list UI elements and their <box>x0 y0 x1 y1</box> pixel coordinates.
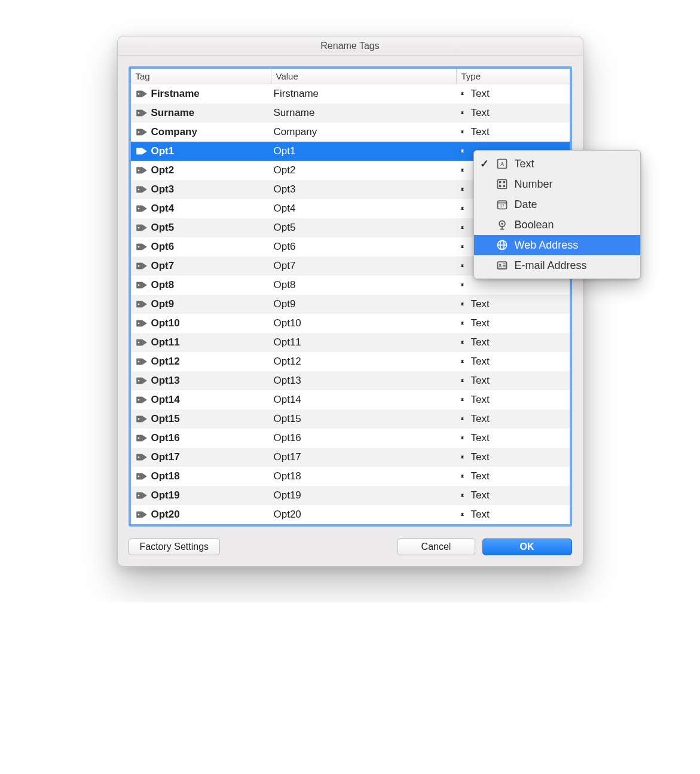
svg-point-21 <box>137 495 139 497</box>
cell-tag[interactable]: Opt2 <box>131 164 271 176</box>
cell-tag[interactable]: Opt19 <box>131 490 271 501</box>
type-label: Text <box>471 490 490 501</box>
cell-value[interactable]: Opt12 <box>271 356 457 368</box>
table-row[interactable]: Opt10 Opt10 ▲▼ Text <box>131 314 570 333</box>
type-label: Text <box>471 126 490 138</box>
cell-tag[interactable]: Opt8 <box>131 279 271 291</box>
cell-value[interactable]: Opt3 <box>271 183 457 195</box>
table-row[interactable]: Opt17 Opt17 ▲▼ Text <box>131 448 570 467</box>
table-row[interactable]: Opt18 Opt18 ▲▼ Text <box>131 467 570 486</box>
cell-type[interactable]: ▲▼ Text <box>457 432 570 444</box>
cell-tag[interactable]: Opt6 <box>131 241 271 253</box>
cell-tag[interactable]: Surname <box>131 107 271 119</box>
cell-tag[interactable]: Opt18 <box>131 470 271 482</box>
tag-label: Opt8 <box>151 279 175 291</box>
cell-tag[interactable]: Opt11 <box>131 336 271 348</box>
cell-type[interactable]: ▲▼ Text <box>457 88 570 100</box>
svg-point-2 <box>137 131 139 133</box>
menu-item-card[interactable]: E-mail Address <box>474 255 640 276</box>
cell-tag[interactable]: Opt16 <box>131 432 271 444</box>
cell-value[interactable]: Firstname <box>271 88 457 100</box>
table-row[interactable]: Company Company ▲▼ Text <box>131 123 570 142</box>
cell-value[interactable]: Opt7 <box>271 260 457 272</box>
cell-tag[interactable]: Opt9 <box>131 298 271 310</box>
cell-value[interactable]: Opt9 <box>271 298 457 310</box>
factory-settings-button[interactable]: Factory Settings <box>129 539 221 555</box>
cell-tag[interactable]: Firstname <box>131 88 271 100</box>
table-row[interactable]: Opt20 Opt20 ▲▼ Text <box>131 505 570 524</box>
value-label: Opt2 <box>274 164 296 176</box>
cell-value[interactable]: Opt19 <box>271 490 457 501</box>
cell-type[interactable]: ▲▼ Text <box>457 509 570 521</box>
cell-tag[interactable]: Opt4 <box>131 203 271 215</box>
cell-tag[interactable]: Opt20 <box>131 509 271 521</box>
tags-table: Tag Value Type Firstname Firstname ▲▼ Te… <box>129 66 572 527</box>
cell-value[interactable]: Opt6 <box>271 241 457 253</box>
cell-value[interactable]: Opt17 <box>271 451 457 463</box>
cell-tag[interactable]: Opt7 <box>131 260 271 272</box>
cell-type[interactable]: ▲▼ Text <box>457 107 570 119</box>
table-row[interactable]: Opt19 Opt19 ▲▼ Text <box>131 486 570 505</box>
cell-type[interactable]: ▲▼ Text <box>457 413 570 425</box>
cell-tag[interactable]: Opt1 <box>131 145 271 157</box>
table-row[interactable]: Surname Surname ▲▼ Text <box>131 103 570 123</box>
cell-value[interactable]: Opt2 <box>271 164 457 176</box>
cell-value[interactable]: Surname <box>271 107 457 119</box>
table-row[interactable]: Opt15 Opt15 ▲▼ Text <box>131 409 570 429</box>
column-header-type[interactable]: Type <box>457 69 570 84</box>
value-label: Opt14 <box>274 394 301 405</box>
table-row[interactable]: Opt11 Opt11 ▲▼ Text <box>131 333 570 352</box>
menu-item-number[interactable]: Number <box>474 174 640 194</box>
menu-item-date[interactable]: 17 Date <box>474 194 640 215</box>
table-row[interactable]: Opt16 Opt16 ▲▼ Text <box>131 429 570 448</box>
cell-type[interactable]: ▲▼ Text <box>457 126 570 138</box>
cell-type[interactable]: ▲▼ Text <box>457 298 570 310</box>
cell-tag[interactable]: Opt17 <box>131 451 271 463</box>
cell-value[interactable]: Opt20 <box>271 509 457 521</box>
cell-value[interactable]: Opt15 <box>271 413 457 425</box>
table-row[interactable]: Opt9 Opt9 ▲▼ Text <box>131 295 570 314</box>
value-label: Opt7 <box>274 260 296 271</box>
table-row[interactable]: Firstname Firstname ▲▼ Text <box>131 84 570 103</box>
cell-tag[interactable]: Opt15 <box>131 413 271 425</box>
tag-icon <box>136 146 148 156</box>
tag-label: Opt9 <box>151 298 175 310</box>
cell-value[interactable]: Opt18 <box>271 470 457 482</box>
ok-button[interactable]: OK <box>482 539 572 555</box>
cell-value[interactable]: Opt16 <box>271 432 457 444</box>
cell-value[interactable]: Opt14 <box>271 394 457 406</box>
cell-tag[interactable]: Opt3 <box>131 183 271 195</box>
table-row[interactable]: Opt13 Opt13 ▲▼ Text <box>131 371 570 390</box>
cell-value[interactable]: Opt1 <box>271 145 457 157</box>
cell-value[interactable]: Opt4 <box>271 203 457 215</box>
cell-value[interactable]: Opt10 <box>271 317 457 329</box>
cell-type[interactable]: ▲▼ Text <box>457 336 570 348</box>
cell-value[interactable]: Opt5 <box>271 222 457 234</box>
cell-type[interactable]: ▲▼ Text <box>457 451 570 463</box>
table-row[interactable]: Opt14 Opt14 ▲▼ Text <box>131 390 570 409</box>
menu-item-globe[interactable]: Web Address <box>474 235 640 255</box>
cell-tag[interactable]: Opt5 <box>131 222 271 234</box>
cell-type[interactable]: ▲▼ Text <box>457 317 570 329</box>
cancel-button[interactable]: Cancel <box>398 539 475 555</box>
value-label: Opt16 <box>274 432 301 443</box>
cell-type[interactable]: ▲▼ Text <box>457 394 570 406</box>
cell-value[interactable]: Opt11 <box>271 336 457 348</box>
cell-tag[interactable]: Company <box>131 126 271 138</box>
cell-value[interactable]: Company <box>271 126 457 138</box>
cell-value[interactable]: Opt13 <box>271 375 457 387</box>
table-row[interactable]: Opt12 Opt12 ▲▼ Text <box>131 352 570 371</box>
cell-type[interactable]: ▲▼ Text <box>457 356 570 368</box>
menu-item-text[interactable]: ✓ A Text <box>474 154 640 174</box>
cell-type[interactable]: ▲▼ Text <box>457 375 570 387</box>
menu-item-boolean[interactable]: Boolean <box>474 215 640 235</box>
cell-tag[interactable]: Opt10 <box>131 317 271 329</box>
column-header-tag[interactable]: Tag <box>131 69 271 84</box>
cell-type[interactable]: ▲▼ Text <box>457 470 570 482</box>
column-header-value[interactable]: Value <box>271 69 457 84</box>
cell-type[interactable]: ▲▼ Text <box>457 490 570 501</box>
cell-tag[interactable]: Opt12 <box>131 356 271 368</box>
cell-tag[interactable]: Opt13 <box>131 375 271 387</box>
cell-tag[interactable]: Opt14 <box>131 394 271 406</box>
cell-value[interactable]: Opt8 <box>271 279 457 291</box>
